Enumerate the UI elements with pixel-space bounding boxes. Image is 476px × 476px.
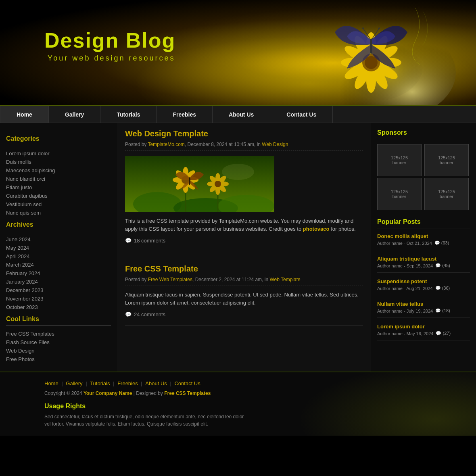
nav-tutorials[interactable]: Tutorials	[100, 106, 157, 123]
popular-post-1-link[interactable]: Donec mollis aliquet	[377, 233, 470, 239]
coollinks-title: Cool Links	[6, 315, 111, 326]
svg-point-20	[378, 27, 380, 29]
header-text-block: Design Blog Your web design resources	[44, 28, 175, 63]
svg-point-2	[366, 32, 376, 56]
popular-post-5-link[interactable]: Lorem ipsum dolor	[377, 324, 470, 330]
link-1[interactable]: Free CSS Templates	[6, 330, 111, 338]
sponsor-grid: 125x125banner 125x125banner 125x125banne…	[377, 144, 470, 210]
categories-title: Categories	[6, 135, 111, 145]
nav-about[interactable]: About Us	[213, 106, 270, 123]
cat-7[interactable]: Vestibulum sed	[6, 200, 111, 209]
archive-3[interactable]: April 2024	[6, 252, 111, 261]
popular-posts-title: Popular Posts	[377, 218, 470, 228]
footer-nav-tutorials[interactable]: Tutorials	[90, 380, 110, 386]
usage-rights-title: Usage Rights	[44, 403, 432, 410]
post-1-body: This is a free CSS template provided by …	[125, 217, 363, 233]
svg-point-14	[362, 54, 380, 71]
popular-post-1-meta: Author name - Oct 21, 2024 💬 (63)	[377, 240, 470, 246]
sponsor-box-4[interactable]: 125x125banner	[424, 178, 469, 210]
post-2-author[interactable]: Free Web Templates	[148, 277, 192, 282]
archive-7[interactable]: December 2023	[6, 286, 111, 294]
popular-post-3-meta: Author name - Aug 21, 2024 💬 (36)	[377, 286, 470, 291]
comment-icon-1: 💬	[125, 238, 132, 244]
svg-point-4	[374, 43, 400, 64]
footer-nav-gallery[interactable]: Gallery	[66, 380, 82, 386]
svg-point-45	[189, 177, 190, 185]
popular-post-5-meta: Author name - May 16, 2024 💬 (27)	[377, 331, 470, 336]
post-1-meta: Posted by TemplateMo.com, December 8, 20…	[125, 142, 363, 151]
comment-count-icon-4: 💬 (18)	[435, 308, 450, 313]
footer-nav-contact[interactable]: Contact Us	[174, 380, 200, 386]
site-header: Design Blog Your web design resources	[0, 0, 476, 105]
cat-5[interactable]: Etiam justo	[6, 183, 111, 192]
nav-gallery[interactable]: Gallery	[49, 106, 100, 123]
comment-count-icon-5: 💬 (27)	[436, 331, 451, 336]
svg-point-44	[215, 181, 221, 187]
svg-point-46	[222, 164, 254, 180]
svg-line-18	[371, 28, 379, 40]
post-1-comments[interactable]: 💬 18 comments	[125, 238, 363, 244]
archives-title: Archives	[6, 221, 111, 231]
post-2-cat[interactable]: Web Template	[269, 277, 300, 282]
nav-home[interactable]: Home	[0, 106, 49, 123]
usage-rights-text: Sed consectetur, lacus et dictum tristiq…	[44, 413, 246, 428]
archive-6[interactable]: January 2024	[6, 278, 111, 286]
archive-8[interactable]: November 2023	[6, 294, 111, 303]
footer-nav: Home | Gallery | Tutorials | Freebies | …	[44, 380, 432, 386]
footer-nav-freebies[interactable]: Freebies	[117, 380, 138, 386]
main-layout: Categories Lorem ipsum dolor Duis mollis…	[0, 123, 476, 372]
footer-copyright: Copyright © 2024 Your Company Name | Des…	[44, 390, 432, 396]
popular-post-2-link[interactable]: Aliquam tristique lacust	[377, 256, 470, 262]
main-nav: Home Gallery Tutorials Freebies About Us…	[0, 105, 476, 123]
svg-point-7	[370, 65, 390, 91]
link-2[interactable]: Flash Source Files	[6, 338, 111, 347]
post-1-title: Web Design Template	[125, 129, 363, 138]
popular-post-4: Nullam vitae tellus Author name - July 1…	[377, 301, 470, 318]
cat-8[interactable]: Nunc quis sem	[6, 209, 111, 217]
link-4[interactable]: Free Photos	[6, 355, 111, 363]
svg-point-9	[352, 65, 372, 91]
post-1: Web Design Template Posted by TemplateMo…	[125, 129, 363, 252]
archive-2[interactable]: May 2024	[6, 244, 111, 252]
archive-9[interactable]: October 2023	[6, 303, 111, 311]
popular-post-2-meta: Author name - Sep 15, 2024 💬 (45)	[377, 263, 470, 268]
footer-nav-home[interactable]: Home	[44, 380, 58, 386]
sponsor-box-1[interactable]: 125x125banner	[377, 144, 422, 176]
sponsor-box-2[interactable]: 125x125banner	[424, 144, 469, 176]
right-sidebar: Sponsors 125x125banner 125x125banner 125…	[371, 123, 476, 372]
svg-point-19	[362, 27, 364, 29]
main-content: Web Design Template Posted by TemplateMo…	[117, 123, 371, 372]
archive-4[interactable]: March 2024	[6, 261, 111, 269]
post-1-image	[125, 156, 274, 212]
archive-1[interactable]: June 2024	[6, 235, 111, 244]
post-1-author[interactable]: TemplateMo.com	[148, 142, 184, 147]
post-1-cat[interactable]: Web Design	[262, 142, 288, 147]
svg-point-5	[377, 58, 401, 67]
post-2-meta: Posted by Free Web Templates, December 2…	[125, 277, 363, 286]
cat-3[interactable]: Maecenas adipiscing	[6, 166, 111, 175]
sponsor-box-3[interactable]: 125x125banner	[377, 178, 422, 210]
svg-point-10	[342, 61, 368, 82]
cat-6[interactable]: Curabitur dapibus	[6, 192, 111, 200]
link-3[interactable]: Web Design	[6, 347, 111, 355]
svg-point-3	[370, 34, 390, 60]
svg-line-17	[363, 28, 371, 40]
svg-point-16	[370, 38, 372, 54]
nav-contact[interactable]: Contact Us	[270, 106, 333, 123]
post-2: Free CSS Template Posted by Free Web Tem…	[125, 264, 363, 326]
cat-1[interactable]: Lorem ipsum dolor	[6, 149, 111, 158]
popular-post-4-link[interactable]: Nullam vitae tellus	[377, 301, 470, 307]
cat-2[interactable]: Duis mollis	[6, 158, 111, 166]
post-2-comments[interactable]: 💬 24 comments	[125, 311, 363, 317]
archive-5[interactable]: February 2024	[6, 269, 111, 278]
categories-list: Lorem ipsum dolor Duis mollis Maecenas a…	[6, 149, 111, 217]
svg-point-0	[311, 24, 456, 105]
cat-4[interactable]: Nunc blandit orci	[6, 175, 111, 183]
popular-post-2: Aliquam tristique lacust Author name - S…	[377, 256, 470, 273]
svg-point-13	[352, 34, 372, 60]
svg-point-6	[374, 61, 400, 82]
svg-point-12	[342, 43, 368, 64]
nav-freebies[interactable]: Freebies	[157, 106, 213, 123]
popular-post-3-link[interactable]: Suspendisse potent	[377, 278, 470, 284]
footer-nav-about[interactable]: About Us	[145, 380, 167, 386]
